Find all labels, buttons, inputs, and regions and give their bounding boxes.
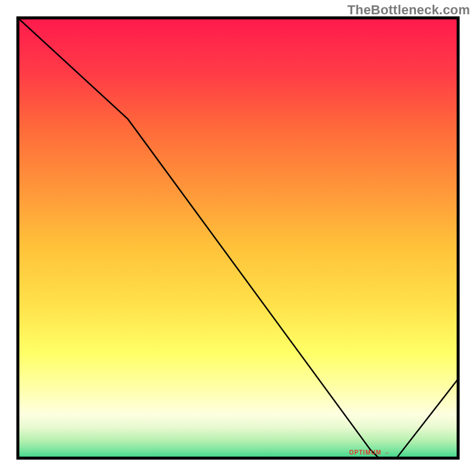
- plot-background: [18, 18, 458, 458]
- bottleneck-chart: OPTIMUM →: [0, 0, 476, 476]
- chart-container: TheBottleneck.com: [0, 0, 476, 476]
- optimum-label: OPTIMUM →: [349, 449, 390, 456]
- watermark-text: TheBottleneck.com: [347, 2, 470, 18]
